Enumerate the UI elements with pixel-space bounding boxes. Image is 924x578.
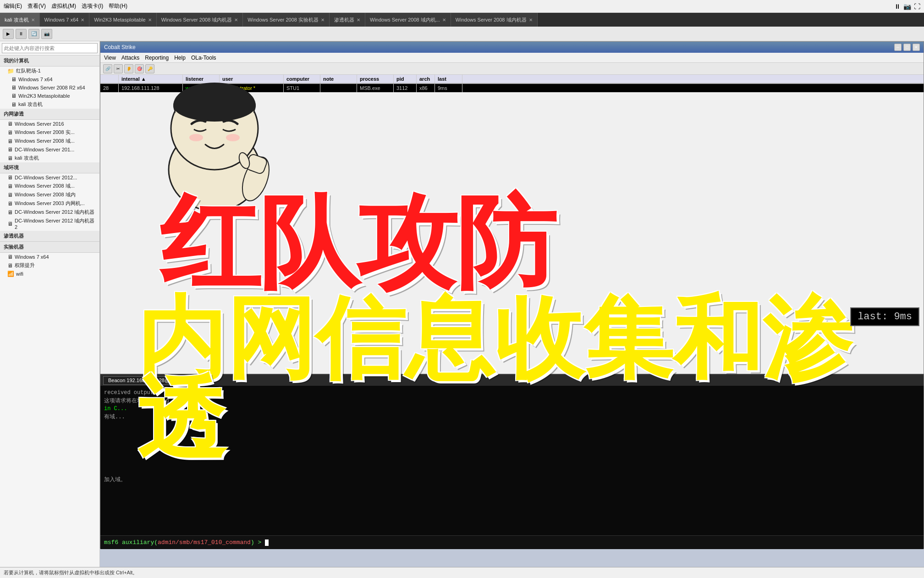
- sidebar-item-label: Windows 7 x64: [18, 77, 53, 82]
- wifi-icon: 📶: [7, 271, 14, 277]
- beacon-user: Administrator *: [220, 84, 284, 92]
- tab-pentest[interactable]: 渗透机器 ✕: [330, 13, 365, 27]
- sidebar-item-ws2008-lab[interactable]: 🖥 Windows Server 2008 实...: [0, 128, 99, 137]
- cs-tb-targets[interactable]: 🎯: [135, 64, 144, 73]
- col-header-process[interactable]: process: [357, 75, 394, 83]
- toolbar-btn-3[interactable]: 🔄: [28, 29, 39, 39]
- sidebar-item-label: Windows Server 2008 R2 x64: [18, 85, 85, 90]
- sidebar-item-dc2012-domain2[interactable]: 🖥 DC-Windows Server 2012 域内机器2: [0, 217, 99, 231]
- computer-icon: 🖥: [7, 138, 13, 144]
- tab-win7[interactable]: Windows 7 x64 ✕: [40, 13, 90, 27]
- beacon-tab-close[interactable]: ✕: [183, 378, 187, 383]
- cs-menu-reporting[interactable]: Reporting: [145, 55, 169, 61]
- sidebar-item-label: Windows Server 2016: [15, 121, 64, 127]
- sidebar-item-dc2012-domain[interactable]: 🖥 DC-Windows Server 2012 域内机器: [0, 208, 99, 217]
- menu-vm[interactable]: 虚拟机(M): [51, 2, 76, 10]
- output-line-5: 加入域。: [104, 476, 920, 484]
- tab-win2k3[interactable]: Win2K3 Metasploitable ✕: [89, 13, 157, 27]
- beacon-internal: 192.168.111.128: [119, 84, 183, 92]
- tab-ws2008-2-close[interactable]: ✕: [321, 17, 324, 22]
- col-header-pid[interactable]: pid: [394, 75, 417, 83]
- menu-view[interactable]: 查看(V): [28, 2, 46, 10]
- beacon-note: [320, 84, 357, 92]
- cobalt-strike-window: Cobalt Strike ─ □ ✕ View Attacks Reporti…: [100, 41, 924, 549]
- tab-kali[interactable]: kali 攻击机 ✕: [0, 13, 40, 27]
- tab-win2k3-close[interactable]: ✕: [148, 17, 152, 22]
- cs-menu-view[interactable]: View: [104, 55, 116, 61]
- tab-ws2008-3[interactable]: Windows Server 2008 域内机... ✕: [365, 13, 451, 27]
- sidebar-item-redteam[interactable]: 📁 红队靶场-1: [0, 67, 99, 75]
- tab-ws2008-1-close[interactable]: ✕: [234, 17, 238, 22]
- sidebar-item-priv[interactable]: 🖥 权限提升: [0, 261, 99, 270]
- sidebar-item-ws2008-domain[interactable]: 🖥 Windows Server 2008 域...: [0, 137, 99, 145]
- tab-pentest-close[interactable]: ✕: [357, 17, 360, 22]
- sidebar-item-win7[interactable]: 🖥 Windows 7 x64: [0, 75, 99, 83]
- tab-ws2008-4[interactable]: Windows Server 2008 域内机器 ✕: [451, 13, 538, 27]
- menu-help[interactable]: 帮助(H): [109, 2, 127, 10]
- col-header-note[interactable]: note: [320, 75, 357, 83]
- col-header-arch[interactable]: arch: [417, 75, 435, 83]
- sidebar-item-win7-2[interactable]: 🖥 Windows 7 x64: [0, 253, 99, 261]
- beacon-output[interactable]: received output: 这项请求将在域 god.org 的域控制器处理…: [100, 386, 924, 535]
- toolbar-btn-4[interactable]: 📷: [41, 29, 52, 39]
- col-header-last[interactable]: last: [435, 75, 462, 83]
- cs-menu-tools[interactable]: OLa-Tools: [191, 55, 216, 61]
- computer-icon: 🖥: [7, 254, 13, 260]
- computer-icon: 🖥: [7, 200, 13, 207]
- tab-bar: kali 攻击机 ✕ Windows 7 x64 ✕ Win2K3 Metasp…: [0, 13, 924, 27]
- cs-tb-credentials[interactable]: 🔑: [145, 64, 154, 73]
- computer-icon: 🖥: [11, 101, 16, 108]
- vm-pause-icon[interactable]: ⏸: [894, 3, 901, 10]
- cs-close-btn[interactable]: ✕: [913, 44, 920, 51]
- sidebar-item-label: Windows Server 2003 内网机...: [15, 200, 85, 207]
- sidebar-item-wifi[interactable]: 📶 wifi: [0, 270, 99, 278]
- cs-menu-help[interactable]: Help: [174, 55, 186, 61]
- sidebar-item-kali2[interactable]: 🖥 kali 攻击机: [0, 154, 99, 162]
- sidebar-item-ws2016[interactable]: 🖥 Windows Server 2016: [0, 120, 99, 128]
- vm-fullscreen-icon[interactable]: ⛶: [914, 3, 920, 10]
- vm-snapshot-icon[interactable]: 📷: [903, 3, 911, 10]
- section-lab: 实验机器: [0, 242, 99, 253]
- cs-window-controls: ─ □ ✕: [894, 44, 920, 51]
- tab-ws2008-3-close[interactable]: ✕: [442, 17, 446, 22]
- beacon-last: 9ms: [435, 84, 462, 92]
- tab-ws2008-1[interactable]: Windows Server 2008 域内机器 ✕: [157, 13, 243, 27]
- tab-ws2008-4-close[interactable]: ✕: [529, 17, 533, 22]
- col-header-user[interactable]: user: [220, 75, 284, 83]
- beacon-tab[interactable]: Beacon 192.168.111.128@3112 ✕: [103, 376, 192, 385]
- tab-ws2008-2[interactable]: Windows Server 2008 实验机器 ✕: [243, 13, 330, 27]
- computer-icon: 🖥: [7, 209, 13, 216]
- sidebar-item-kali[interactable]: 🖥 kali 攻击机: [0, 100, 99, 109]
- tab-win7-label: Windows 7 x64: [44, 17, 79, 22]
- toolbar: ▶ ⏸ 🔄 📷: [0, 27, 924, 41]
- col-header-internal[interactable]: internal ▲: [119, 75, 183, 83]
- tab-kali-close[interactable]: ✕: [31, 17, 35, 22]
- cs-tb-connect[interactable]: 🔗: [103, 64, 112, 73]
- toolbar-btn-2[interactable]: ⏸: [16, 29, 27, 39]
- sidebar-item-dc2012-1[interactable]: 🖥 DC-Windows Server 2012...: [0, 173, 99, 182]
- sidebar-item-ws2008-d2[interactable]: 🖥 Windows Server 2008 域内: [0, 190, 99, 199]
- sidebar-item-ws2003[interactable]: 🖥 Windows Server 2003 内网机...: [0, 199, 99, 208]
- sidebar-item-dc2012[interactable]: 🖥 DC-Windows Server 201...: [0, 145, 99, 154]
- sidebar-item-win2k3[interactable]: 🖥 Win2K3 Metasploitable: [0, 92, 99, 100]
- cs-menu-attacks[interactable]: Attacks: [121, 55, 139, 61]
- menu-edit[interactable]: 编辑(E): [4, 2, 22, 10]
- cs-minimize-btn[interactable]: ─: [894, 44, 902, 51]
- table-row[interactable]: 28 192.168.111.128 wanli Administrator *…: [100, 84, 924, 92]
- col-header-computer[interactable]: computer: [284, 75, 320, 83]
- menu-tabs[interactable]: 选项卡(I): [82, 2, 103, 10]
- sidebar-item-label: kali 攻击机: [15, 155, 39, 161]
- tab-win7-close[interactable]: ✕: [81, 17, 84, 22]
- cursor: [265, 539, 269, 546]
- sidebar-search-input[interactable]: [2, 43, 98, 53]
- col-header-listener[interactable]: listener: [183, 75, 220, 83]
- status-bar: 若要从计算机，请将鼠标指针从虚拟机中移出或按 Ctrl+Alt。: [0, 567, 924, 578]
- computer-icon: 🖥: [7, 221, 13, 227]
- toolbar-btn-1[interactable]: ▶: [3, 29, 14, 39]
- cs-maximize-btn[interactable]: □: [903, 44, 911, 51]
- cs-tb-listeners[interactable]: 👂: [124, 64, 133, 73]
- beacon-listener: wanli: [183, 84, 220, 92]
- sidebar-item-ws2008r2[interactable]: 🖥 Windows Server 2008 R2 x64: [0, 83, 99, 92]
- cs-tb-disconnect[interactable]: ✂: [114, 64, 123, 73]
- sidebar-item-ws2008-d1[interactable]: 🖥 Windows Server 2008 域...: [0, 182, 99, 190]
